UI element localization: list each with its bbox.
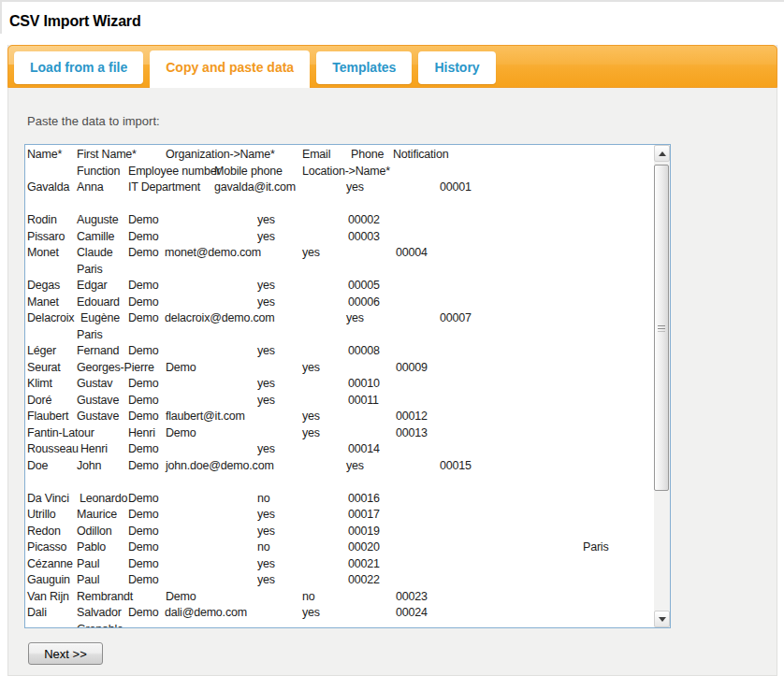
textarea-cell-text: Gustave <box>77 393 119 410</box>
textarea-cell-text: Employee number <box>128 164 220 180</box>
textarea-cell-text: Demo <box>128 409 159 425</box>
textarea-cell-text: Location->Name* <box>302 164 390 180</box>
textarea-cell-text: Demo <box>128 393 159 410</box>
textarea-cell-text: Fernand <box>77 343 119 360</box>
textarea-cell-text: no <box>302 589 315 606</box>
textarea-cell-text: john.doe@demo.com <box>166 458 274 475</box>
textarea-cell-text: Demo <box>128 212 159 229</box>
textarea-cell-text: no <box>257 491 270 508</box>
textarea-cell-text: Demo <box>128 605 159 622</box>
textarea-cell-text: Van Rijn <box>27 589 69 606</box>
textarea-line: LégerFernandDemoyes00008 <box>27 343 654 360</box>
textarea-cell-text: 00017 <box>348 507 380 524</box>
textarea-cell-text: Function <box>77 164 120 180</box>
textarea-cell-text: 00006 <box>348 295 380 311</box>
scroll-up-icon <box>659 151 666 156</box>
textarea-cell-text: yes <box>302 425 320 442</box>
textarea-cell-text: yes <box>302 360 320 377</box>
textarea-cell-text: Demo <box>128 229 159 246</box>
textarea-line: FunctionEmployee numberMobile phoneLocat… <box>27 164 654 180</box>
tab-history[interactable]: History <box>418 51 495 84</box>
textarea-cell-text: Dali <box>27 605 47 622</box>
textarea-cell-text: yes <box>257 441 275 458</box>
textarea-cell-text: Demo <box>128 343 159 360</box>
textarea-cell-text: monet@demo.com <box>165 245 261 262</box>
textarea-line: UtrilloMauriceDemoyes00017 <box>27 507 654 524</box>
textarea-cell-text: Monet <box>27 245 59 262</box>
textarea-line: DoréGustaveDemoyes00011 <box>27 393 654 410</box>
tab-copy-and-paste-data[interactable]: Copy and paste data <box>150 50 310 88</box>
textarea-cell-text: Henri <box>128 425 155 442</box>
textarea-cell-text: Gustav <box>77 376 112 393</box>
scroll-down-icon <box>659 617 666 622</box>
textarea-line: RodinAugusteDemoyes00002 <box>27 212 654 229</box>
textarea-cell-text: yes <box>257 343 275 360</box>
textarea-line <box>27 474 654 491</box>
textarea-cell-text: First Name* <box>77 147 137 164</box>
textarea-cell-text: Utrillo <box>27 507 56 524</box>
textarea-cell-text: Demo <box>128 278 159 295</box>
scroll-down-button[interactable] <box>654 611 670 627</box>
textarea-line: MonetClaudeDemomonet@demo.comyes00004 <box>27 245 654 262</box>
top-divider <box>0 0 784 2</box>
textarea-cell-text: Salvador <box>77 605 122 622</box>
textarea-cell-text: yes <box>257 507 275 524</box>
textarea-cell-text: yes <box>257 295 275 311</box>
textarea-cell-text: Degas <box>27 278 60 295</box>
textarea-cell-text: 00007 <box>440 310 472 327</box>
textarea-cell-text: Paul <box>77 556 99 573</box>
textarea-cell-text: 00023 <box>396 589 428 606</box>
textarea-line: RousseauHenriDemoyes00014 <box>27 441 654 458</box>
textarea-cell-text: 00020 <box>348 539 380 556</box>
textarea-cell-text: 00021 <box>348 556 380 573</box>
scroll-up-button[interactable] <box>654 145 670 162</box>
textarea-cell-text: John <box>77 458 101 475</box>
textarea-cell-text: Pissaro <box>27 229 65 246</box>
textarea-cell-text: Gavalda <box>27 180 69 196</box>
textarea-cell-text: yes <box>257 212 275 229</box>
tab-label: Templates <box>332 60 396 75</box>
tab-load-from-a-file[interactable]: Load from a file <box>14 51 143 84</box>
textarea-cell-text: Claude <box>77 245 112 262</box>
textarea-cell-text: Fantin-Latour <box>27 425 94 442</box>
textarea-cell-text: Klimt <box>27 376 52 393</box>
textarea-cell-text: IT Department <box>128 180 200 196</box>
textarea-line: GavaldaAnnaIT Departmentgavalda@it.comye… <box>27 180 654 196</box>
textarea-line: KlimtGustavDemoyes00010 <box>27 376 654 393</box>
textarea-cell-text: Doré <box>27 393 51 410</box>
next-button[interactable]: Next >> <box>28 642 103 665</box>
textarea-cell-text: Demo <box>128 507 159 524</box>
left-edge-line <box>0 0 2 34</box>
textarea-line: Paris <box>27 262 654 279</box>
textarea-cell-text: Demo <box>128 572 159 589</box>
textarea-line: PicassoPabloDemono00020Paris <box>27 539 654 556</box>
textarea-cell-text: Rembrandt <box>77 589 133 606</box>
paste-data-textarea[interactable]: Name*First Name*Organization->Name*Email… <box>24 144 671 628</box>
scrollbar-thumb[interactable] <box>654 165 669 491</box>
textarea-cell-text: 00010 <box>348 376 380 393</box>
tab-label: Copy and paste data <box>166 60 294 75</box>
textarea-cell-text: Leonardo <box>80 491 127 508</box>
textarea-cell-text: Maurice <box>77 507 117 524</box>
textarea-line: Van RijnRembrandtDemono00023 <box>27 589 654 606</box>
textarea-cell-text: Demo <box>128 556 159 573</box>
textarea-cell-text: Demo <box>128 539 159 556</box>
tab-label: History <box>434 60 479 75</box>
textarea-cell-text: Demo <box>166 360 196 377</box>
textarea-line: DelacroixEugèneDemodelacroix@demo.comyes… <box>27 310 654 327</box>
textarea-cell-text: 00022 <box>348 572 380 589</box>
tab-templates[interactable]: Templates <box>316 51 412 84</box>
textarea-cell-text: Da Vinci <box>27 491 69 508</box>
textarea-cell-text: yes <box>257 524 275 540</box>
textarea-cell-text: 00016 <box>348 491 380 508</box>
textarea-cell-text: Demo <box>128 295 159 311</box>
textarea-line: Fantin-LatourHenriDemoyes00013 <box>27 425 654 442</box>
textarea-cell-text: Demo <box>128 524 159 540</box>
textarea-line: RedonOdillonDemoyes00019 <box>27 524 654 540</box>
textarea-cell-text: 00012 <box>396 409 428 425</box>
textarea-line <box>27 196 654 213</box>
textarea-cell-text: Picasso <box>27 539 66 556</box>
textarea-cell-text: Organization->Name* <box>166 147 275 164</box>
vertical-scrollbar[interactable] <box>654 145 670 627</box>
textarea-cell-text: Paris <box>77 327 102 344</box>
